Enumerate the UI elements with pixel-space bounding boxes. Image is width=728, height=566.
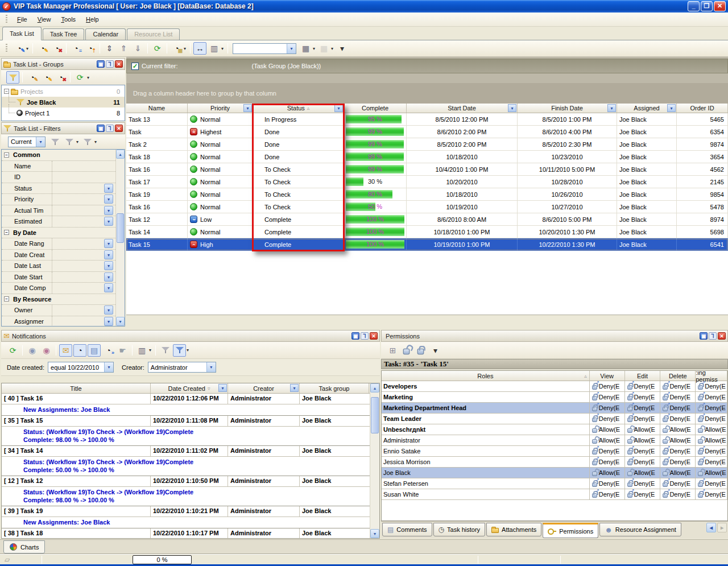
new-group-button[interactable]: ◔✎ [26, 71, 39, 84]
filter-row-estimated[interactable]: Estimated▾ [2, 216, 115, 228]
chevron-down-icon[interactable]: ▾ [607, 104, 616, 112]
refresh-notifications-button[interactable]: ⟳ [6, 344, 19, 357]
table-row[interactable]: Task 17NormalTo Check30 %10/20/201010/28… [126, 176, 728, 188]
chevron-down-icon[interactable]: ▾ [221, 46, 224, 51]
table-row[interactable]: Task 19NormalTo Check80 %10/18/201010/26… [126, 188, 728, 201]
permission-row[interactable]: Jessica MorrisonDeny(EDeny(EDeny(EDeny(E [382, 457, 727, 468]
column-header-order-id[interactable]: Order ID [677, 104, 728, 113]
column-header-priority[interactable]: Priority▾ [188, 104, 253, 113]
scroll-thumb[interactable] [117, 213, 124, 243]
table-row[interactable]: Task 13NormalIn Progress95 %8/5/2010 12:… [126, 113, 728, 126]
column-header-date-created[interactable]: Date Created▿▾ [151, 383, 228, 393]
column-header-ingpermiss[interactable]: :ing permiss [696, 371, 727, 381]
table-row[interactable]: Task 15›HighComplete100 %10/19/2010 1:00… [126, 238, 728, 251]
mark-read-button[interactable]: ◉ [26, 344, 39, 357]
chevron-down-icon[interactable]: ▾ [104, 272, 113, 282]
task-notes-button[interactable]: ◔≡ [69, 42, 82, 55]
close-icon[interactable]: ✕ [718, 332, 726, 340]
column-header-name[interactable]: Name [126, 104, 188, 113]
tree-item-projects[interactable]: −Projects0 [2, 86, 125, 97]
tree-item-joe-black[interactable]: Joe Black11 [2, 97, 125, 108]
chevron-down-icon[interactable]: ▾ [218, 384, 227, 392]
filters-scrollbar[interactable]: ▴ ▾ [115, 150, 125, 326]
permission-row[interactable]: Stefan PetersenDeny(EDeny(EDeny(EDeny(E [382, 478, 727, 489]
chevron-down-icon[interactable]: ▾ [206, 362, 216, 372]
close-icon[interactable]: ✕ [115, 60, 123, 68]
columns-button[interactable]: ▥ [208, 42, 221, 55]
restore-button[interactable]: ❐ [701, 1, 713, 11]
table-row[interactable]: Task 2NormalDone99 %8/5/2010 2:00 PM8/5/… [126, 138, 728, 151]
chevron-down-icon[interactable]: ▾ [313, 46, 315, 51]
column-header-start-date[interactable]: Start Date▾ [407, 104, 518, 113]
menu-item-tools[interactable]: Tools [56, 14, 81, 24]
filter-row-name[interactable]: Name [2, 161, 115, 172]
filter-group-common[interactable]: −Common [2, 150, 115, 161]
acknowledge-button[interactable]: ☛ [116, 344, 129, 357]
column-header-view[interactable]: View [590, 371, 625, 381]
date-created-combobox[interactable]: equal 10/22/2010 ▾ [48, 362, 114, 373]
permission-row[interactable]: Marketing Department HeadDeny(EDeny(EDen… [382, 403, 727, 414]
table-row[interactable]: Task 16NormalTo Check50 %10/19/201010/27… [126, 201, 728, 213]
chevron-down-icon[interactable]: ▾ [36, 137, 45, 147]
column-header-delete[interactable]: Delete [660, 371, 696, 381]
edit-group-button[interactable]: ◔✎ [40, 71, 53, 84]
save-filter-button[interactable] [63, 135, 76, 148]
minimize-button[interactable]: _ [688, 1, 700, 11]
creator-combobox[interactable]: Administrator ▾ [148, 362, 216, 373]
expander-icon[interactable]: − [4, 230, 9, 235]
chevron-down-icon[interactable]: ▾ [76, 139, 78, 144]
save-layout-button[interactable]: ▦ [299, 42, 312, 55]
chevron-down-icon[interactable]: ▾ [184, 46, 186, 51]
chevron-down-icon[interactable]: ▾ [331, 46, 333, 51]
group-by-bar[interactable]: Drag a column header here to group by th… [126, 83, 728, 104]
tab-comments[interactable]: ▤Comments [382, 523, 432, 536]
fit-width-button[interactable]: ↔ [193, 42, 206, 55]
menu-item-help[interactable]: Help [81, 14, 104, 24]
delete-group-button[interactable]: ◔✖ [54, 71, 67, 84]
permission-row[interactable]: AdministratorAllow(EAllow(EAllow(EAllow(… [382, 435, 727, 446]
filter-group-by-date[interactable]: −By Date [2, 228, 115, 239]
chevron-down-icon[interactable]: ▾ [287, 44, 296, 53]
scroll-up-icon[interactable]: ▴ [370, 383, 379, 393]
tab-attachments[interactable]: Attachments [486, 523, 541, 536]
chevron-down-icon[interactable]: ▾ [104, 283, 113, 292]
column-header-title[interactable]: Title [2, 383, 151, 393]
filter-preset-combobox[interactable]: Current▾ [8, 137, 46, 147]
clear-filter-button[interactable] [81, 135, 94, 148]
scroll-right-icon[interactable]: ▸ [717, 523, 727, 532]
permissions-more-button[interactable]: ▾ [429, 344, 442, 357]
tab-task-list[interactable]: Task List [2, 27, 42, 40]
chevron-down-icon[interactable]: ▾ [104, 250, 113, 259]
tab-charts[interactable]: Charts [3, 540, 45, 553]
move-up-button[interactable]: ⇑ [117, 42, 130, 55]
table-row[interactable]: Task 14NormalComplete100 %10/18/2010 1:0… [126, 226, 728, 238]
column-header-finish-date[interactable]: Finish Date▾ [518, 104, 617, 113]
close-icon[interactable]: ✕ [115, 125, 123, 132]
chevron-down-icon[interactable]: ▾ [508, 104, 516, 112]
filter-row-date-start[interactable]: Date Start▾ [2, 272, 115, 283]
chevron-down-icon[interactable]: ▾ [104, 184, 113, 193]
lock-button[interactable] [415, 344, 428, 357]
task-priority-button[interactable]: ◔⇡ [84, 42, 97, 55]
chevron-down-icon[interactable]: ▾ [104, 261, 113, 270]
mark-unread-button[interactable]: ◉ [40, 344, 53, 357]
scroll-down-icon[interactable]: ▾ [116, 317, 125, 326]
notification-row[interactable]: [ 35 ] Task 1510/22/2010 1:11:08 PMAdmin… [2, 416, 370, 427]
expander-icon[interactable]: − [4, 152, 9, 158]
show-update-notifications-button[interactable]: ◔» [102, 344, 115, 357]
notifications-scrollbar[interactable]: ▴ ▾ [370, 383, 379, 538]
column-header-edit[interactable]: Edit [625, 371, 661, 381]
table-row[interactable]: Task 18NormalDone99 %10/18/201010/23/201… [126, 151, 728, 163]
permission-row[interactable]: Ennio SatakeDeny(EDeny(EDeny(EDeny(E [382, 446, 727, 457]
add-task-button[interactable]: ◔✎ [13, 42, 26, 55]
column-header-task-group[interactable]: Task group [300, 383, 369, 393]
show-note-notifications-button[interactable]: ▤ [88, 344, 101, 357]
chevron-down-icon[interactable]: ▾ [104, 362, 113, 372]
notification-row[interactable]: [ 40 ] Task 1610/22/2010 1:12:06 PMAdmin… [2, 394, 370, 404]
edit-task-button[interactable]: ◔✎ [36, 42, 49, 55]
group-filter-button[interactable] [6, 71, 19, 84]
chevron-down-icon[interactable]: ▾ [334, 104, 343, 112]
column-header-creator[interactable]: Creator▾ [228, 383, 300, 393]
filter-row-assignmer[interactable]: Assignmer▾ [2, 316, 115, 327]
pin-icon[interactable]: Ꞁ [106, 125, 114, 132]
